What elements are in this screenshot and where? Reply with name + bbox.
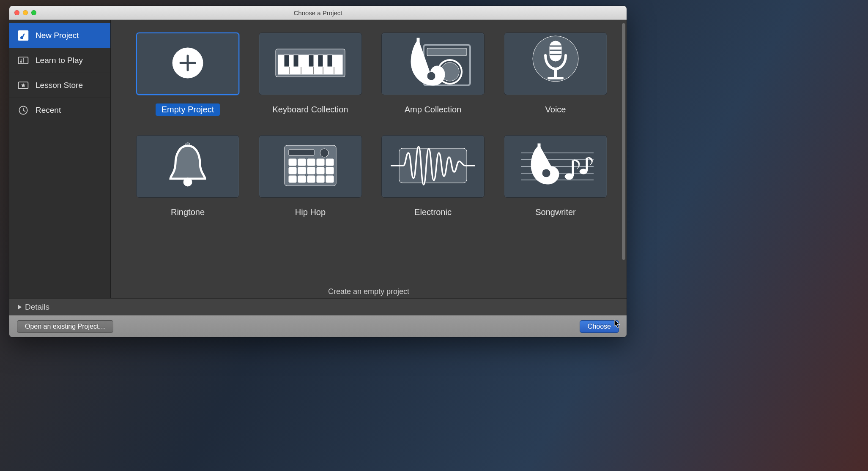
disclosure-triangle-icon <box>18 305 22 310</box>
template-tile <box>259 135 362 198</box>
svg-rect-40 <box>326 159 334 166</box>
template-tile <box>136 135 239 198</box>
sidebar-item-label: Recent <box>36 106 61 115</box>
button-label: Choose <box>588 323 611 330</box>
svg-rect-13 <box>327 55 332 67</box>
svg-rect-20 <box>427 48 467 56</box>
svg-rect-37 <box>298 159 306 166</box>
drum-machine-icon <box>279 140 342 193</box>
template-songwriter[interactable]: Songwriter <box>504 135 607 218</box>
svg-rect-38 <box>307 159 315 166</box>
window-controls <box>9 10 36 15</box>
template-amp-collection[interactable]: Amp Collection <box>381 33 485 116</box>
svg-rect-43 <box>307 167 315 174</box>
details-label: Details <box>25 302 49 312</box>
window-title: Choose a Project <box>9 9 627 16</box>
svg-rect-39 <box>317 159 324 166</box>
svg-point-35 <box>320 149 329 157</box>
footer: Open an existing Project… Choose <box>9 315 627 337</box>
details-disclosure-row[interactable]: Details <box>9 298 627 315</box>
svg-rect-10 <box>293 55 298 67</box>
sidebar-item-label: Learn to Play <box>36 56 83 65</box>
svg-rect-49 <box>317 176 324 182</box>
guitar-app-icon <box>17 29 30 42</box>
template-tile <box>136 33 239 95</box>
choose-button[interactable]: Choose <box>580 320 619 333</box>
svg-rect-41 <box>289 167 296 174</box>
templates-grid: Empty Project <box>136 33 610 218</box>
svg-rect-48 <box>307 176 315 182</box>
svg-rect-45 <box>326 167 334 174</box>
template-label: Empty Project <box>156 103 220 116</box>
project-chooser-window: Choose a Project New Project Learn to Pl… <box>9 6 627 337</box>
svg-rect-11 <box>309 55 314 67</box>
template-label: Ringtone <box>165 206 211 218</box>
template-tile <box>381 135 485 198</box>
svg-rect-61 <box>572 161 574 176</box>
waveform-icon <box>386 142 479 191</box>
svg-rect-34 <box>289 150 314 155</box>
template-tile <box>504 135 607 198</box>
clock-icon <box>17 104 30 117</box>
svg-rect-57 <box>538 144 540 152</box>
template-voice[interactable]: Voice <box>504 33 607 116</box>
template-tile <box>259 33 362 95</box>
svg-rect-44 <box>317 167 324 174</box>
lesson-icon <box>17 54 30 67</box>
sidebar-item-new-project[interactable]: New Project <box>9 23 110 48</box>
svg-rect-50 <box>326 176 334 182</box>
template-label: Voice <box>539 103 572 116</box>
close-window-button[interactable] <box>14 10 19 15</box>
sidebar-item-label: Lesson Store <box>36 81 83 90</box>
amp-icon <box>391 35 475 92</box>
guitar-notes-icon <box>513 140 598 193</box>
zoom-window-button[interactable] <box>31 10 36 15</box>
template-keyboard-collection[interactable]: Keyboard Collection <box>259 33 362 116</box>
status-text: Create an empty project <box>328 287 409 296</box>
template-ringtone[interactable]: Ringtone <box>136 135 239 218</box>
content-area: Empty Project <box>111 20 627 298</box>
scrollbar[interactable] <box>622 23 625 295</box>
sidebar-item-recent[interactable]: Recent <box>9 98 110 123</box>
bell-icon <box>160 138 215 195</box>
svg-rect-46 <box>289 176 296 182</box>
templates-grid-container: Empty Project <box>111 20 627 285</box>
star-icon <box>17 79 30 92</box>
sidebar-item-learn-to-play[interactable]: Learn to Play <box>9 48 110 73</box>
microphone-icon <box>526 33 585 94</box>
template-label: Hip Hop <box>289 206 331 218</box>
keyboard-icon <box>272 44 348 84</box>
svg-rect-47 <box>298 176 306 182</box>
svg-point-24 <box>427 72 435 80</box>
open-existing-button[interactable]: Open an existing Project… <box>17 320 113 333</box>
svg-rect-12 <box>318 55 323 67</box>
minimize-window-button[interactable] <box>23 10 28 15</box>
sidebar: New Project Learn to Play Lesson Store R… <box>9 20 111 298</box>
svg-rect-63 <box>586 158 588 171</box>
svg-rect-26 <box>550 41 561 61</box>
template-hip-hop[interactable]: Hip Hop <box>259 135 362 218</box>
svg-rect-23 <box>417 38 419 48</box>
plus-icon <box>171 46 204 81</box>
template-electronic[interactable]: Electronic <box>381 135 485 218</box>
template-label: Electronic <box>408 206 457 218</box>
svg-point-1 <box>20 36 23 39</box>
template-empty-project[interactable]: Empty Project <box>136 33 239 116</box>
template-label: Amp Collection <box>399 103 468 116</box>
sidebar-item-label: New Project <box>36 31 79 40</box>
sidebar-item-lesson-store[interactable]: Lesson Store <box>9 73 110 98</box>
svg-rect-42 <box>298 167 306 174</box>
template-tile <box>504 33 607 95</box>
status-bar: Create an empty project <box>111 285 627 298</box>
svg-rect-9 <box>284 55 289 67</box>
svg-rect-59 <box>543 177 550 183</box>
template-label: Keyboard Collection <box>267 103 354 116</box>
svg-point-58 <box>542 169 550 177</box>
template-tile <box>381 33 485 95</box>
svg-rect-36 <box>289 159 296 166</box>
titlebar: Choose a Project <box>9 6 627 20</box>
scrollbar-thumb[interactable] <box>622 23 625 260</box>
button-label: Open an existing Project… <box>25 323 105 330</box>
svg-point-3 <box>20 61 22 63</box>
template-label: Songwriter <box>529 206 582 218</box>
